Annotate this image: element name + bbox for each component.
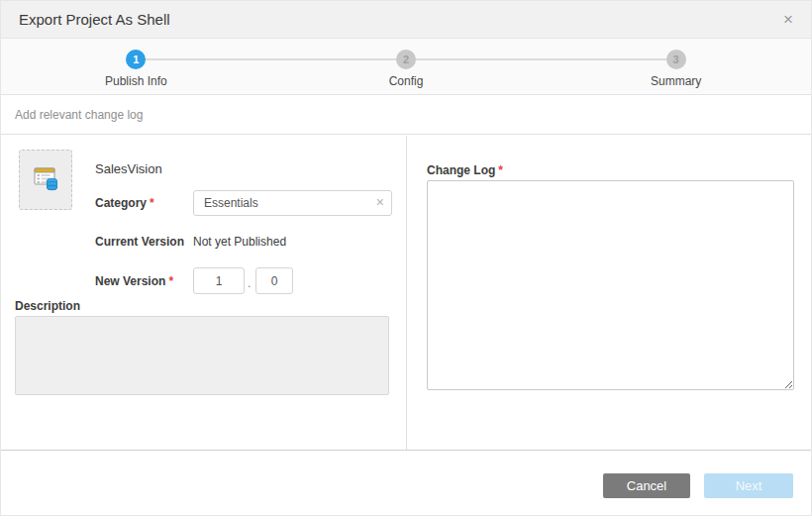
step-3-label: Summary [651, 74, 701, 88]
project-name: SalesVision [95, 161, 162, 176]
step-publish-info[interactable]: 1 Publish Info [1, 39, 271, 94]
step-summary[interactable]: 3 Summary [541, 39, 811, 94]
clear-category-icon[interactable]: × [376, 195, 384, 209]
next-button[interactable]: Next [704, 473, 793, 498]
step-2-label: Config [389, 74, 424, 88]
step-1-circle: 1 [126, 50, 146, 69]
current-version-value: Not yet Published [193, 235, 286, 249]
new-version-label: New Version* [95, 274, 173, 288]
category-label: Category* [95, 196, 154, 210]
step-1-label: Publish Info [105, 74, 167, 88]
dialog-body: SalesVision Category* × Current Version … [1, 136, 811, 450]
export-project-dialog: Export Project As Shell × 1 Publish Info… [0, 0, 812, 516]
step-2-circle: 2 [396, 50, 416, 69]
step-3-circle: 3 [666, 50, 686, 69]
change-log-textarea[interactable] [427, 180, 794, 390]
dialog-title: Export Project As Shell [19, 11, 170, 28]
subheader: Add relevant change log [1, 95, 811, 135]
close-icon[interactable]: × [783, 11, 793, 28]
description-label: Description [15, 299, 80, 313]
new-version-minor-input[interactable] [255, 267, 293, 294]
step-config[interactable]: 2 Config [271, 39, 542, 94]
change-log-required-asterisk: * [498, 163, 503, 177]
cancel-button[interactable]: Cancel [603, 473, 690, 498]
dialog-titlebar: Export Project As Shell × [1, 1, 811, 39]
current-version-label: Current Version [95, 235, 184, 249]
description-textarea [15, 316, 389, 395]
new-version-major-input[interactable] [193, 267, 245, 294]
wizard-stepper: 1 Publish Info 2 Config 3 Summary [1, 39, 811, 95]
publish-info-left-panel: SalesVision Category* × Current Version … [1, 136, 407, 450]
category-input[interactable] [193, 190, 392, 216]
change-log-label: Change Log* [427, 163, 503, 177]
category-required-asterisk: * [150, 196, 154, 210]
new-version-required-asterisk: * [168, 274, 173, 288]
project-icon-box [19, 150, 72, 210]
change-log-panel: Change Log* [408, 136, 811, 450]
subheader-text: Add relevant change log [15, 108, 143, 122]
category-field-wrap: × [193, 190, 392, 216]
version-separator: . [248, 276, 251, 290]
app-window-database-icon [29, 161, 62, 199]
dialog-footer: Cancel Next [1, 450, 811, 515]
